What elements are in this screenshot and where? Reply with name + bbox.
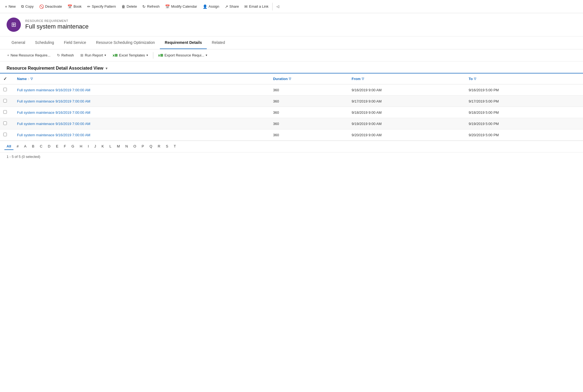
to-column-label: To <box>469 77 473 81</box>
pagination-letter[interactable]: B <box>30 143 37 150</box>
row-checkbox-cell[interactable] <box>0 96 14 107</box>
duration-column-label: Duration <box>273 77 288 81</box>
row-from-cell: 9/19/2019 9:00 AM <box>348 118 465 129</box>
deactivate-label: Deactivate <box>45 4 62 8</box>
modify-calendar-icon: 📅 <box>165 4 170 9</box>
delete-icon: 🗑 <box>121 4 125 9</box>
more-button[interactable]: ◁ <box>274 3 282 10</box>
from-filter-icon[interactable]: ▽ <box>362 77 364 81</box>
sub-refresh-button[interactable]: ↻ Refresh <box>54 52 77 59</box>
pagination-letter[interactable]: F <box>62 143 68 150</box>
duration-filter-icon[interactable]: ▽ <box>289 77 291 81</box>
nav-tabs: General Scheduling Field Service Resourc… <box>0 36 583 49</box>
pagination-letter[interactable]: R <box>155 143 162 150</box>
book-button[interactable]: 📅 Book <box>65 3 84 10</box>
main-toolbar: + New ⧉ Copy 🚫 Deactivate 📅 Book ✏ Speci… <box>0 0 583 13</box>
table-container: ✓ Name ↑ ▽ Duration ▽ <box>0 73 583 141</box>
row-checkbox[interactable] <box>3 133 7 136</box>
deactivate-icon: 🚫 <box>39 4 44 9</box>
new-button[interactable]: + New <box>2 3 18 10</box>
refresh-button[interactable]: ↻ Refresh <box>140 3 162 10</box>
sub-refresh-label: Refresh <box>61 53 74 57</box>
deactivate-button[interactable]: 🚫 Deactivate <box>36 3 65 10</box>
name-filter-icon[interactable]: ▽ <box>30 77 33 81</box>
row-name-cell[interactable]: Full system maintenace 9/16/2019 7:00:00… <box>14 84 270 96</box>
row-checkbox-cell[interactable] <box>0 129 14 141</box>
tab-scheduling[interactable]: Scheduling <box>30 36 59 49</box>
modify-calendar-button[interactable]: 📅 Modify Calendar <box>162 3 200 10</box>
share-button[interactable]: ↗ Share <box>222 3 242 10</box>
row-checkbox[interactable] <box>3 110 7 114</box>
pagination-letter[interactable]: O <box>131 143 138 150</box>
export-resource-button[interactable]: x⊞ Export Resource Requi... ▾ <box>155 52 210 59</box>
pagination-letter[interactable]: I <box>86 143 91 150</box>
row-name-cell[interactable]: Full system maintenace 9/16/2019 7:00:00… <box>14 107 270 118</box>
pagination-letter[interactable]: C <box>38 143 44 150</box>
pagination-bar: All#ABCDEFGHIJKLMNOPQRST <box>0 141 583 152</box>
tab-rso[interactable]: Resource Scheduling Optimization <box>91 36 160 49</box>
pagination-letter[interactable]: J <box>92 143 98 150</box>
pagination-letter[interactable]: L <box>107 143 114 150</box>
copy-button[interactable]: ⧉ Copy <box>18 3 36 10</box>
new-resource-label: New Resource Require... <box>11 53 50 57</box>
row-to-cell: 9/18/2019 5:00 PM <box>465 107 583 118</box>
specify-pattern-button[interactable]: ✏ Specify Pattern <box>84 3 119 10</box>
delete-button[interactable]: 🗑 Delete <box>119 3 140 10</box>
checkmark-icon: ✓ <box>3 76 7 81</box>
new-resource-icon: + <box>7 53 9 57</box>
pagination-letter[interactable]: P <box>140 143 146 150</box>
to-filter-icon[interactable]: ▽ <box>474 77 476 81</box>
pagination-letter[interactable]: D <box>46 143 53 150</box>
row-name-cell[interactable]: Full system maintenace 9/16/2019 7:00:00… <box>14 118 270 129</box>
row-name-cell[interactable]: Full system maintenace 9/16/2019 7:00:00… <box>14 129 270 141</box>
new-resource-require-button[interactable]: + New Resource Require... <box>4 52 53 59</box>
pagination-letter[interactable]: M <box>115 143 122 150</box>
row-name-cell[interactable]: Full system maintenace 9/16/2019 7:00:00… <box>14 96 270 107</box>
pagination-letter[interactable]: All <box>4 143 13 150</box>
row-checkbox-cell[interactable] <box>0 118 14 129</box>
row-duration-cell: 360 <box>270 107 349 118</box>
share-label: Share <box>230 4 239 8</box>
row-checkbox[interactable] <box>3 121 7 125</box>
export-resource-icon: x⊞ <box>158 53 163 57</box>
tab-requirement-details[interactable]: Requirement Details <box>160 36 207 49</box>
entity-name: Full system maintenace <box>25 23 89 30</box>
view-title: Resource Requirement Detail Associated V… <box>7 66 103 71</box>
run-report-button[interactable]: ⊞ Run Report ▾ <box>78 52 109 59</box>
row-checkbox-cell[interactable] <box>0 84 14 96</box>
pagination-letter[interactable]: H <box>78 143 84 150</box>
excel-templates-button[interactable]: x⊞ Excel Templates ▾ <box>110 52 151 59</box>
row-checkbox-cell[interactable] <box>0 107 14 118</box>
pagination-letter[interactable]: G <box>69 143 77 150</box>
record-count: 1 - 5 of 5 (0 selected) <box>0 152 583 161</box>
pagination-letter[interactable]: N <box>123 143 130 150</box>
row-checkbox[interactable] <box>3 99 7 103</box>
tab-general[interactable]: General <box>7 36 30 49</box>
entity-icon-symbol: ⊞ <box>11 21 16 28</box>
refresh-icon: ↻ <box>142 4 146 9</box>
entity-header: ⊞ RESOURCE REQUIREMENT Full system maint… <box>0 13 583 36</box>
pagination-letter[interactable]: T <box>171 143 178 150</box>
row-checkbox[interactable] <box>3 88 7 91</box>
view-dropdown-chevron[interactable]: ▾ <box>106 66 107 70</box>
assign-button[interactable]: 👤 Assign <box>200 3 222 10</box>
row-duration-cell: 360 <box>270 84 349 96</box>
tab-field-service[interactable]: Field Service <box>59 36 91 49</box>
name-sort-icon[interactable]: ↑ <box>28 77 29 81</box>
email-link-button[interactable]: ✉ Email a Link <box>242 3 271 10</box>
table-row: Full system maintenace 9/16/2019 7:00:00… <box>0 107 583 118</box>
pagination-letter[interactable]: E <box>54 143 61 150</box>
excel-chevron: ▾ <box>146 53 148 57</box>
pagination-letter[interactable]: K <box>99 143 106 150</box>
pagination-letter[interactable]: S <box>164 143 171 150</box>
pagination-letter[interactable]: A <box>22 143 29 150</box>
copy-icon: ⧉ <box>21 4 24 9</box>
pagination-letter[interactable]: # <box>15 143 21 150</box>
pagination-letter[interactable]: Q <box>147 143 154 150</box>
select-all-header[interactable]: ✓ <box>0 73 14 84</box>
duration-column-header: Duration ▽ <box>270 73 349 84</box>
row-duration-cell: 360 <box>270 118 349 129</box>
tab-related[interactable]: Related <box>207 36 230 49</box>
new-label: New <box>9 4 16 8</box>
sub-separator <box>153 52 153 59</box>
